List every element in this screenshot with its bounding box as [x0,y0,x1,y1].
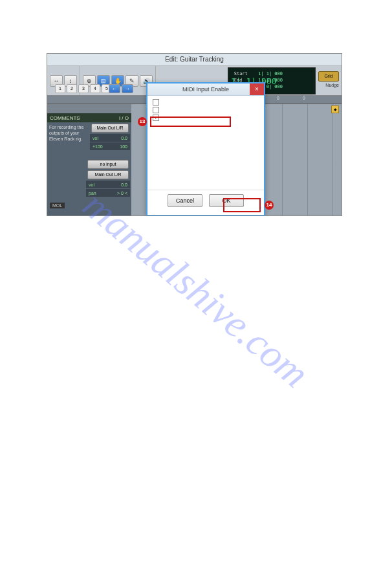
mode-a[interactable]: ← [109,84,120,93]
ruler-9: 9 [303,96,305,100]
main-out-1[interactable]: Main Out L/R [91,124,129,133]
comments-header: COMMENTS I / O [47,113,131,122]
highlight-checkbox [150,117,231,127]
num-3[interactable]: 3 [78,84,89,93]
num-4[interactable]: 4 [90,84,100,93]
num-2[interactable]: 2 [67,84,77,93]
app-window: Edit: Guitar Tracking ↔ ↕ ⊕ ⊟ ✋ ✎ 🔊 1 2 … [47,53,342,216]
pan-row-2: pan > 0 < [86,189,130,197]
comments-title: COMMENTS [50,115,80,121]
dialog-titlebar: MIDI Input Enable × [147,83,264,96]
checkbox-2[interactable] [153,107,159,113]
main-out-2[interactable]: Main Out L/R [87,170,129,179]
track-left-panel: COMMENTS I / O For recording the outputs… [47,104,131,216]
cancel-button[interactable]: Cancel [168,194,202,207]
marker-icon[interactable]: ◆ [331,106,339,113]
no-input[interactable]: no input [87,160,129,169]
callout-14: 14 [265,201,274,210]
mode-b[interactable]: → [122,84,133,93]
dialog-body: ✓ [147,96,264,190]
window-title: Edit: Guitar Tracking [47,54,342,66]
mol-label: MOL [50,203,65,208]
lbl-start: Start [234,71,250,77]
midi-input-dialog: MIDI Input Enable × ✓ Cancel OK [146,82,265,216]
close-icon[interactable]: × [250,83,264,95]
nudge-label: Nudge [325,83,339,87]
preset-nums: 1 2 3 4 5 [55,84,112,93]
grid-button[interactable]: Grid [318,71,339,82]
track-comment: For recording the outputs of your Eleven… [47,122,89,151]
num-1[interactable]: 1 [55,84,65,93]
pan-row-1: +100 100 [90,142,130,150]
vol-row-2: vol 0.0 [86,181,130,188]
val-start: 1| 1| 000 [258,71,283,77]
checkbox-1[interactable] [153,99,159,106]
comments-io: I / O [119,115,129,121]
callout-13: 13 [138,117,147,126]
highlight-ok [223,198,261,212]
vol-row-1: vol 0.0 [90,134,130,142]
ruler-8: 8 [277,96,279,100]
dialog-title: MIDI Input Enable [182,86,229,93]
